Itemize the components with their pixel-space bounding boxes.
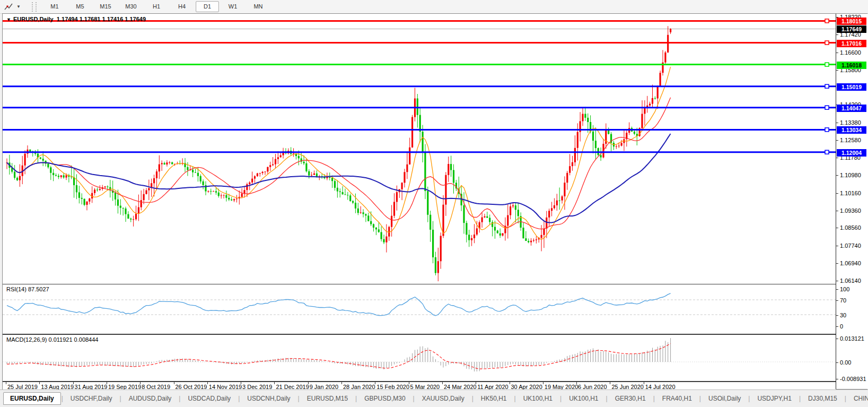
axis-tick bbox=[836, 211, 838, 211]
date-tick bbox=[107, 382, 107, 384]
timeframe-button-h1[interactable]: H1 bbox=[145, 1, 168, 12]
price-level-badge: 1.12004 bbox=[837, 149, 866, 157]
rsi-tick-label: 30 bbox=[840, 312, 846, 318]
date-tick bbox=[644, 382, 644, 384]
rsi-tick-label: 0 bbox=[840, 323, 843, 330]
date-tick bbox=[274, 382, 275, 384]
current-price-badge: 1.17649 bbox=[837, 25, 866, 33]
tab-usoil-daily[interactable]: USOil,Daily bbox=[702, 392, 748, 405]
chevron-down-icon[interactable]: ▼ bbox=[15, 2, 22, 12]
price-panel: ▼EURUSD,Daily 1.17494 1.17681 1.17416 1.… bbox=[3, 14, 836, 285]
axis-tick bbox=[836, 246, 838, 246]
date-tick bbox=[576, 382, 577, 384]
price-level-badge: 1.16018 bbox=[837, 62, 866, 69]
tab-usdcnh-daily[interactable]: USDCNH,Daily bbox=[240, 392, 297, 405]
axis-tick bbox=[836, 140, 838, 141]
price-tick-label: 1.12580 bbox=[840, 137, 861, 143]
price-tick-label: 1.07740 bbox=[840, 243, 861, 249]
rsi-panel: RSI(14) 87.5027 bbox=[3, 284, 836, 335]
price-chart-canvas[interactable] bbox=[3, 14, 836, 283]
price-level-badge: 1.14047 bbox=[837, 105, 866, 112]
timeframe-button-m30[interactable]: M30 bbox=[119, 1, 143, 12]
date-tick bbox=[207, 382, 208, 384]
price-tick-label: 1.06140 bbox=[840, 278, 861, 284]
tab-eurusd-m15[interactable]: EURUSD,M15 bbox=[300, 392, 355, 405]
tab-ger30-h1[interactable]: GER30,H1 bbox=[608, 392, 653, 405]
toolbar-grip bbox=[32, 2, 37, 12]
price-tick-label: 1.06940 bbox=[840, 260, 861, 266]
price-tick-label: 1.09360 bbox=[840, 207, 861, 214]
axis-tick bbox=[836, 193, 838, 194]
date-tick bbox=[140, 382, 141, 384]
timeframe-button-mn[interactable]: MN bbox=[247, 1, 270, 12]
symbol-dropdown-icon[interactable]: ▼ bbox=[6, 17, 11, 22]
tab-hk50-h1[interactable]: HK50,H1 bbox=[474, 392, 514, 405]
tab-audusd-daily[interactable]: AUDUSD,Daily bbox=[122, 392, 179, 405]
price-level-badge: 1.17016 bbox=[837, 40, 866, 47]
axis-tick bbox=[836, 53, 838, 53]
timeframe-button-m15[interactable]: M15 bbox=[94, 1, 117, 12]
tab-xauusd-daily[interactable]: XAUUSD,Daily bbox=[415, 392, 471, 405]
date-axis[interactable]: 25 Jul 201913 Aug 201931 Aug 201919 Sep … bbox=[3, 382, 836, 389]
chart-window: ▼EURUSD,Daily 1.17494 1.17681 1.17416 1.… bbox=[2, 13, 867, 389]
date-tick bbox=[409, 382, 409, 384]
date-tick bbox=[476, 382, 476, 384]
price-tick-label: 1.10160 bbox=[840, 190, 861, 196]
date-tick bbox=[39, 382, 40, 384]
date-tick bbox=[341, 382, 342, 384]
axis-tick bbox=[836, 339, 838, 339]
axis-tick bbox=[836, 281, 838, 281]
date-tick bbox=[375, 382, 375, 384]
date-tick bbox=[510, 382, 510, 384]
price-level-badge: 1.18015 bbox=[837, 18, 866, 25]
date-tick bbox=[73, 382, 74, 384]
axis-tick bbox=[836, 263, 838, 264]
price-level-badge: 1.13034 bbox=[837, 126, 866, 134]
date-tick bbox=[241, 382, 241, 384]
price-axis[interactable]: 1.182201.174201.166001.158001.142001.133… bbox=[836, 14, 868, 389]
timeframe-toolbar: ▼ M1M5M15M30H1H4D1W1MN bbox=[0, 0, 868, 14]
tab-usdchf-daily[interactable]: USDCHF,Daily bbox=[64, 392, 119, 405]
tab-fra40-h1[interactable]: FRA40,H1 bbox=[655, 392, 699, 405]
tab-gbpusd-m30[interactable]: GBPUSD,M30 bbox=[357, 392, 412, 405]
date-tick bbox=[610, 382, 610, 384]
axis-tick bbox=[836, 228, 838, 228]
macd-tick-label: 0.00 bbox=[840, 359, 851, 366]
axis-tick bbox=[836, 123, 838, 123]
tab-usdjpy-h1[interactable]: USDJPY,H1 bbox=[750, 392, 798, 405]
tab-usdcad-daily[interactable]: USDCAD,Daily bbox=[181, 392, 238, 405]
axis-tick bbox=[836, 379, 838, 379]
tab-eurusd-daily[interactable]: EURUSD,Daily bbox=[3, 392, 61, 405]
axis-tick bbox=[836, 362, 838, 363]
price-level-badge: 1.15019 bbox=[837, 83, 866, 91]
axis-tick bbox=[836, 326, 838, 327]
macd-tick-label: 0.013121 bbox=[840, 335, 864, 342]
timeframe-button-h4[interactable]: H4 bbox=[170, 1, 194, 12]
date-tick bbox=[543, 382, 543, 384]
macd-tick-label: -0.008931 bbox=[840, 376, 866, 382]
tab-dj30-m15[interactable]: DJ30,M15 bbox=[801, 392, 844, 405]
tab-china300-h4[interactable]: CHINA300,H4 bbox=[847, 392, 868, 405]
chart-symbol: EURUSD,Daily bbox=[13, 16, 54, 22]
price-tick-label: 1.13380 bbox=[840, 119, 861, 126]
price-tick-label: 1.16600 bbox=[840, 49, 861, 56]
timeframe-button-d1[interactable]: D1 bbox=[196, 1, 219, 12]
timeframe-button-m5[interactable]: M5 bbox=[68, 1, 92, 12]
tab-uk100-h1[interactable]: UK100,H1 bbox=[562, 392, 605, 405]
rsi-chart-canvas[interactable] bbox=[3, 284, 836, 333]
rsi-label: RSI(14) 87.5027 bbox=[6, 286, 49, 292]
macd-panel: MACD(12,26,9) 0.011921 0.008444 bbox=[3, 335, 836, 382]
timeframe-button-w1[interactable]: W1 bbox=[221, 1, 244, 12]
price-tick-label: 1.10980 bbox=[840, 172, 861, 178]
trading-terminal: ▼ M1M5M15M30H1H4D1W1MN ▼EURUSD,Daily 1.1… bbox=[0, 0, 868, 407]
trendline-tool-icon[interactable] bbox=[2, 2, 15, 12]
date-tick bbox=[6, 382, 6, 384]
axis-tick bbox=[836, 34, 838, 35]
axis-tick bbox=[836, 300, 838, 301]
axis-tick bbox=[836, 175, 838, 176]
tab-uk100-h1[interactable]: UK100,H1 bbox=[516, 392, 559, 405]
price-tick-label: 1.08560 bbox=[840, 224, 861, 231]
chart-ohlc-values: 1.17494 1.17681 1.17416 1.17649 bbox=[57, 16, 146, 22]
macd-chart-canvas[interactable] bbox=[3, 335, 836, 380]
timeframe-button-m1[interactable]: M1 bbox=[43, 1, 66, 12]
